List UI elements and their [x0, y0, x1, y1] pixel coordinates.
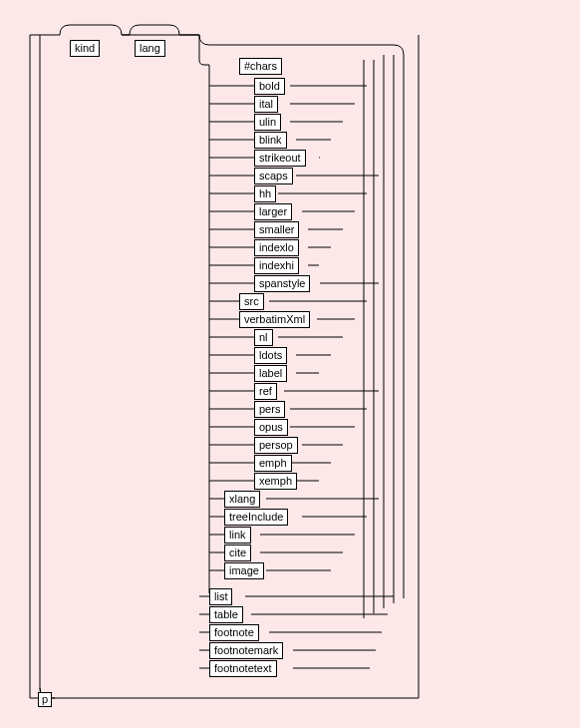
node-emph[interactable]: emph	[254, 455, 292, 472]
node-xlang[interactable]: xlang	[224, 491, 260, 508]
node-strikeout[interactable]: strikeout	[254, 150, 306, 167]
node-image[interactable]: image	[224, 562, 264, 579]
node-ldots[interactable]: ldots	[254, 347, 287, 364]
node-ulin[interactable]: ulin	[254, 114, 281, 131]
node-smaller[interactable]: smaller	[254, 221, 299, 238]
node-p-root[interactable]: p	[38, 692, 52, 707]
node-ref[interactable]: ref	[254, 383, 277, 400]
node-list[interactable]: list	[209, 588, 232, 605]
node-footnotemark[interactable]: footnotemark	[209, 642, 283, 659]
node-treeInclude[interactable]: treeInclude	[224, 509, 288, 526]
node-footnote[interactable]: footnote	[209, 624, 259, 641]
attr-lang[interactable]: lang	[135, 40, 165, 57]
node-nl[interactable]: nl	[254, 329, 273, 346]
node-persop[interactable]: persop	[254, 437, 298, 454]
node-spanstyle[interactable]: spanstyle	[254, 275, 310, 292]
node-table[interactable]: table	[209, 606, 243, 623]
node-xemph[interactable]: xemph	[254, 473, 297, 490]
node-hh[interactable]: hh	[254, 185, 276, 202]
node-indexhi[interactable]: indexhi	[254, 257, 299, 274]
node-link[interactable]: link	[224, 527, 251, 544]
node-pers[interactable]: pers	[254, 401, 285, 418]
attr-kind[interactable]: kind	[70, 40, 100, 57]
node-blink[interactable]: blink	[254, 132, 287, 149]
node-src[interactable]: src	[239, 293, 264, 310]
node-bold[interactable]: bold	[254, 78, 285, 95]
node-indexlo[interactable]: indexlo	[254, 239, 299, 256]
node-opus[interactable]: opus	[254, 419, 288, 436]
node-footnotetext[interactable]: footnotetext	[209, 660, 277, 677]
node-cite[interactable]: cite	[224, 545, 251, 561]
node-label[interactable]: label	[254, 365, 287, 382]
node-larger[interactable]: larger	[254, 203, 292, 220]
diagram-canvas: kind lang #chars bolditalulinblinkstrike…	[0, 0, 580, 728]
connector-lines	[0, 0, 580, 728]
node-scaps[interactable]: scaps	[254, 168, 293, 184]
node-chars[interactable]: #chars	[239, 58, 282, 75]
node-ital[interactable]: ital	[254, 96, 278, 113]
node-verbatimXml[interactable]: verbatimXml	[239, 311, 310, 328]
